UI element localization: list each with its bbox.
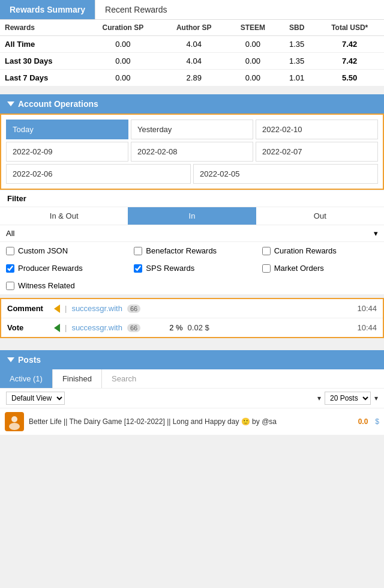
hide-item-witness-related: Witness Related xyxy=(0,277,128,294)
table-row: Last 7 Days 0.00 2.89 0.00 1.01 5.50 xyxy=(0,70,384,86)
posts-collapse-icon[interactable] xyxy=(7,357,14,362)
filter-tabs: In & OutInOut xyxy=(0,207,384,225)
cell-label: Last 30 Days xyxy=(0,53,85,70)
cell-total: 7.42 xyxy=(315,36,384,53)
hide-item-custom-json: Custom JSON xyxy=(0,242,128,259)
hide-item-benefactor-rewards: Benefactor Rewards xyxy=(128,242,256,259)
date-cell[interactable]: 2022-02-07 xyxy=(256,142,378,162)
operation-row: Vote|successgr.with662 %0.02 $10:44 xyxy=(1,318,383,337)
date-cell[interactable]: 2022-02-10 xyxy=(256,120,378,139)
hide-item-label: Producer Rewards xyxy=(18,264,83,273)
op-user-link[interactable]: successgr.with xyxy=(71,323,122,332)
view-select[interactable]: Default View xyxy=(6,392,65,405)
hide-item-market-orders: Market Orders xyxy=(256,259,384,277)
cell-curation: 0.00 xyxy=(85,70,161,86)
hide-item-label: Market Orders xyxy=(274,264,324,273)
tab-rewards-summary[interactable]: Rewards Summary xyxy=(0,0,95,19)
post-score: 0.0 xyxy=(358,417,368,426)
table-row: Last 30 Days 0.00 4.04 0.00 1.35 7.42 xyxy=(0,53,384,70)
hide-checkbox[interactable] xyxy=(262,264,271,273)
op-time: 10:44 xyxy=(357,323,377,332)
tab-recent-rewards[interactable]: Recent Rewards xyxy=(95,0,177,19)
account-ops-header: Account Operations xyxy=(0,94,384,114)
table-row: All Time 0.00 4.04 0.00 1.35 7.42 xyxy=(0,36,384,53)
op-badge: 66 xyxy=(127,305,140,313)
op-type-label: Vote xyxy=(7,323,49,332)
triangle-orange-icon xyxy=(54,305,60,313)
post-item: Better Life || The Dairy Game [12-02-202… xyxy=(0,408,384,435)
hide-checkbox[interactable] xyxy=(262,247,271,255)
col-header-steem: STEEM xyxy=(227,20,278,36)
rewards-header: Rewards Summary Recent Rewards xyxy=(0,0,384,20)
cell-steem: 0.00 xyxy=(227,36,278,53)
cell-sbd: 1.35 xyxy=(278,53,315,70)
op-type-label: Comment xyxy=(7,304,49,313)
hide-checkbox[interactable] xyxy=(6,264,14,273)
op-time: 10:44 xyxy=(357,304,377,313)
cell-sbd: 1.35 xyxy=(278,36,315,53)
separator-icon: | xyxy=(65,304,67,313)
hide-item-label: Benefactor Rewards xyxy=(146,246,217,255)
cell-total: 5.50 xyxy=(315,70,384,86)
cell-curation: 0.00 xyxy=(85,36,161,53)
svg-point-1 xyxy=(11,416,17,422)
posts-count-select[interactable]: 20 Posts xyxy=(325,392,371,405)
hide-checkbox[interactable] xyxy=(134,264,142,273)
dropdown-arrow-icon: ▾ xyxy=(374,229,378,238)
post-avatar xyxy=(5,412,24,431)
rewards-table: Rewards Curation SP Author SP STEEM SBD … xyxy=(0,20,384,86)
hide-item-sps-rewards: SPS Rewards xyxy=(128,259,256,277)
triangle-green-icon xyxy=(54,324,60,332)
cell-total: 7.42 xyxy=(315,53,384,70)
date-cell[interactable]: 2022-02-05 xyxy=(193,164,378,184)
hide-item-curation-rewards: Curation Rewards xyxy=(256,242,384,259)
col-header-rewards: Rewards xyxy=(0,20,85,36)
post-currency: $ xyxy=(375,417,379,426)
date-cell[interactable]: 2022-02-08 xyxy=(131,142,253,162)
hide-checkbox[interactable] xyxy=(134,247,142,255)
filter-tab-in-and-out[interactable]: In & Out xyxy=(0,207,128,225)
operation-row: Comment|successgr.with6610:44 xyxy=(1,299,383,318)
operations-wrapper: Comment|successgr.with6610:44Vote|succes… xyxy=(0,298,384,338)
hide-checkbox[interactable] xyxy=(6,282,14,290)
hide-item-label: Witness Related xyxy=(18,281,75,290)
op-badge: 66 xyxy=(127,324,140,332)
date-grid-wrapper: TodayYesterday2022-02-102022-02-092022-0… xyxy=(0,114,384,190)
posts-header: Posts xyxy=(0,350,384,369)
hide-item-label: SPS Rewards xyxy=(146,264,194,273)
cell-label: All Time xyxy=(0,36,85,53)
cell-author: 4.04 xyxy=(161,53,227,70)
collapse-icon[interactable] xyxy=(7,102,14,106)
date-cell[interactable]: Today xyxy=(6,120,128,139)
col-header-author: Author SP xyxy=(161,20,227,36)
posts-options: Default View ▾ 20 Posts ▾ xyxy=(0,388,384,408)
op-value: 0.02 $ xyxy=(188,323,209,332)
cell-sbd: 1.01 xyxy=(278,70,315,86)
op-pct: 2 % xyxy=(169,323,182,332)
filter-tab-out[interactable]: Out xyxy=(256,207,384,225)
posts-title: Posts xyxy=(18,355,41,365)
filter-label: Filter xyxy=(0,190,384,207)
date-cell[interactable]: Yesterday xyxy=(131,120,253,139)
post-list: Better Life || The Dairy Game [12-02-202… xyxy=(0,408,384,435)
filter-dropdown-value[interactable]: All xyxy=(6,229,14,238)
cell-label: Last 7 Days xyxy=(0,70,85,86)
hide-checkboxes: Custom JSONBenefactor RewardsCuration Re… xyxy=(0,241,384,294)
cell-steem: 0.00 xyxy=(227,70,278,86)
op-user-link[interactable]: successgr.with xyxy=(71,304,122,313)
posts-tabs: Active (1)FinishedSearch xyxy=(0,369,384,388)
filter-tab-in[interactable]: In xyxy=(128,207,256,225)
cell-steem: 0.00 xyxy=(227,53,278,70)
col-header-total: Total USD* xyxy=(315,20,384,36)
hide-checkbox[interactable] xyxy=(6,247,14,255)
posts-tab-active--1-[interactable]: Active (1) xyxy=(0,369,52,388)
cell-curation: 0.00 xyxy=(85,53,161,70)
date-cell[interactable]: 2022-02-09 xyxy=(6,142,128,162)
col-header-sbd: SBD xyxy=(278,20,315,36)
posts-tab-finished[interactable]: Finished xyxy=(52,369,101,388)
date-cell[interactable]: 2022-02-06 xyxy=(6,164,191,184)
post-title[interactable]: Better Life || The Dairy Game [12-02-202… xyxy=(29,417,353,426)
separator-icon: | xyxy=(65,323,67,332)
hide-item-label: Custom JSON xyxy=(18,246,68,255)
posts-tab-search[interactable]: Search xyxy=(101,369,384,388)
